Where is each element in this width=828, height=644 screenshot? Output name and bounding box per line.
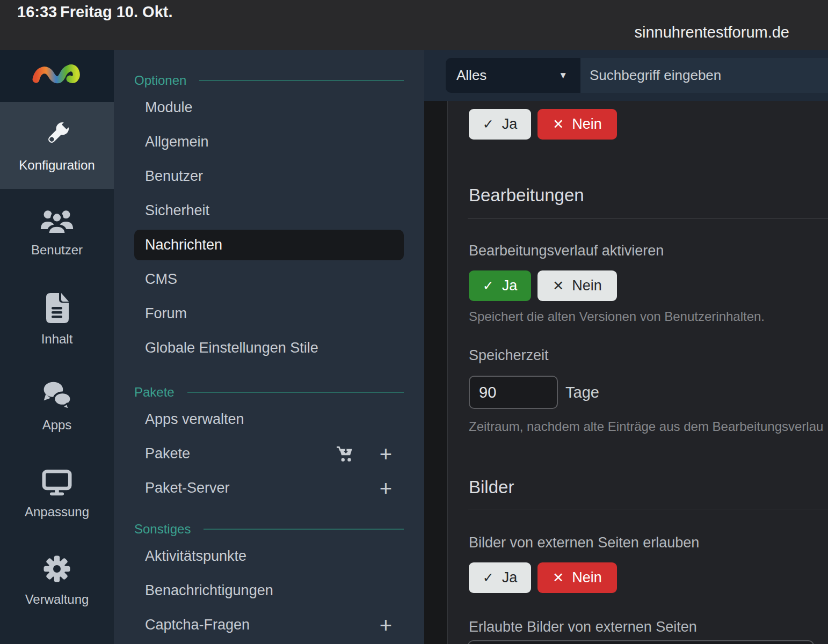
document-icon: [44, 292, 70, 324]
menu-item-label: Nachrichten: [145, 237, 222, 253]
check-icon: ✓: [483, 571, 494, 584]
menu-item-label: Apps verwalten: [145, 411, 244, 428]
bilder-extern-yes-no-buttons: ✓ Ja ✕ Nein: [469, 562, 617, 593]
monitor-icon: [41, 467, 73, 496]
menu-item-allgemein[interactable]: Allgemein: [134, 127, 404, 157]
plus-icon[interactable]: +: [380, 478, 392, 499]
section-divider: [468, 218, 828, 219]
chat-bubbles-icon: [41, 380, 73, 409]
menu-item-forum[interactable]: Forum: [134, 298, 404, 329]
button-label: Ja: [502, 116, 518, 133]
menu-item-benutzer[interactable]: Benutzer: [134, 161, 404, 192]
gear-icon: [42, 554, 72, 584]
app-nav-items: Konfiguration Benutzer: [0, 102, 114, 624]
menu-item-label: Forum: [145, 305, 187, 322]
nav-label: Anpassung: [25, 504, 89, 519]
chevron-down-icon: ▼: [558, 70, 568, 81]
app-navigation: Konfiguration Benutzer: [0, 50, 114, 644]
status-bar: 16:33 Freitag 10. Okt. sinnuhrentestforu…: [0, 0, 828, 50]
menu-item-label: Aktivitätspunkte: [145, 548, 246, 565]
menu-item-label: Globale Einstellungen Stile: [145, 340, 318, 356]
section-title: Pakete: [134, 385, 175, 400]
section-heading-rule: [187, 392, 404, 393]
menu-sidebar: Optionen Module Allgemein Benutzer Siche…: [114, 50, 424, 644]
button-label: Nein: [572, 569, 602, 586]
orphan-yes-no-buttons: ✓ Ja ✕ Nein: [469, 109, 617, 140]
section-heading-pakete: Pakete: [134, 385, 404, 400]
date: Freitag 10. Okt.: [60, 3, 173, 21]
option-label-bilder-extern: Bilder von externen Seiten erlauben: [469, 535, 699, 550]
menu-item-benachrichtigungen[interactable]: Benachrichtigungen: [134, 575, 404, 606]
menu-item-apps-verwalten[interactable]: Apps verwalten: [134, 404, 404, 435]
nav-item-apps[interactable]: Apps: [0, 363, 114, 450]
button-label: Ja: [502, 569, 518, 586]
cross-icon: ✕: [553, 279, 564, 292]
nav-item-inhalt[interactable]: Inhalt: [0, 276, 114, 363]
clock: 16:33: [17, 3, 57, 21]
plus-icon[interactable]: +: [380, 614, 392, 636]
users-icon: [40, 208, 74, 235]
menu-item-paket-server[interactable]: Paket-Server +: [134, 473, 404, 503]
cart-arrow-down-icon[interactable]: [336, 446, 354, 462]
menu-item-globale-einstellungen-stile[interactable]: Globale Einstellungen Stile: [134, 333, 404, 363]
plus-icon[interactable]: +: [380, 443, 392, 465]
cross-icon: ✕: [553, 571, 564, 584]
menu-item-label: Paket-Server: [145, 480, 230, 496]
url-domain[interactable]: sinnuhrentestforum.de: [634, 24, 789, 41]
section-heading-optionen: Optionen: [134, 73, 404, 88]
option-description: Speichert die alten Versionen von Benutz…: [469, 310, 765, 323]
section-heading-rule: [204, 529, 404, 530]
nav-item-anpassung[interactable]: Anpassung: [0, 450, 114, 537]
yes-button[interactable]: ✓ Ja: [469, 109, 531, 140]
nav-item-verwaltung[interactable]: Verwaltung: [0, 537, 114, 624]
search-filter-dropdown[interactable]: Alles ▼: [446, 58, 580, 93]
woltlab-logo-icon: [32, 60, 82, 93]
menu-item-label: Captcha-Fragen: [145, 617, 250, 633]
nav-label: Benutzer: [31, 243, 83, 258]
menu-item-pakete[interactable]: Pakete +: [134, 438, 404, 469]
yes-button-selected[interactable]: ✓ Ja: [469, 270, 531, 301]
search-input[interactable]: [580, 58, 828, 93]
menu-item-label: CMS: [145, 271, 177, 288]
erlaubte-bilder-input[interactable]: [468, 640, 814, 644]
search-header: Alles ▼: [424, 50, 828, 101]
button-label: Nein: [572, 277, 602, 294]
option-label-speicherzeit: Speicherzeit: [469, 348, 549, 363]
option-label-bearbeitungsverlauf: Bearbeitungsverlauf aktivieren: [469, 243, 664, 258]
menu-item-aktivitaetspunkte[interactable]: Aktivitätspunkte: [134, 541, 404, 572]
nav-label: Apps: [42, 418, 72, 433]
no-button-selected[interactable]: ✕ Nein: [538, 562, 617, 593]
content-dim-gap: [424, 101, 447, 644]
menu-item-sicherheit[interactable]: Sicherheit: [134, 195, 404, 226]
logo-block[interactable]: [0, 50, 114, 102]
menu-item-label: Allgemein: [145, 134, 209, 150]
speicherzeit-input[interactable]: [469, 376, 558, 409]
nav-label: Inhalt: [41, 332, 73, 347]
search-filter-value: Alles: [456, 67, 486, 84]
no-button[interactable]: ✕ Nein: [538, 109, 617, 140]
menu-item-module[interactable]: Module: [134, 92, 404, 123]
speicherzeit-input-row: Tage: [469, 376, 599, 409]
nav-label: Verwaltung: [25, 592, 89, 607]
nav-item-konfiguration[interactable]: Konfiguration: [0, 102, 114, 189]
menu-item-cms[interactable]: CMS: [134, 264, 404, 295]
section-title: Sonstiges: [134, 522, 191, 537]
menu-item-nachrichten[interactable]: Nachrichten: [134, 230, 404, 260]
section-heading-bearbeitungen: Bearbeitungen: [469, 186, 584, 205]
section-title: Optionen: [134, 73, 186, 88]
no-button[interactable]: ✕ Nein: [538, 270, 617, 301]
menu-item-captcha-fragen[interactable]: Captcha-Fragen +: [134, 610, 404, 640]
menu-item-label: Benutzer: [145, 168, 203, 185]
cross-icon: ✕: [553, 118, 564, 131]
check-icon: ✓: [483, 118, 494, 131]
section-heading-sonstiges: Sonstiges: [134, 522, 404, 537]
option-label-erlaubte-bilder: Erlaubte Bilder von externen Seiten: [469, 619, 697, 634]
section-heading-bilder: Bilder: [469, 478, 514, 497]
input-suffix: Tage: [565, 384, 599, 401]
button-label: Ja: [502, 277, 518, 294]
check-icon: ✓: [483, 279, 494, 292]
menu-item-label: Module: [145, 99, 193, 116]
menu-item-label: Sicherheit: [145, 202, 209, 219]
nav-item-benutzer[interactable]: Benutzer: [0, 189, 114, 276]
yes-button[interactable]: ✓ Ja: [469, 562, 531, 593]
